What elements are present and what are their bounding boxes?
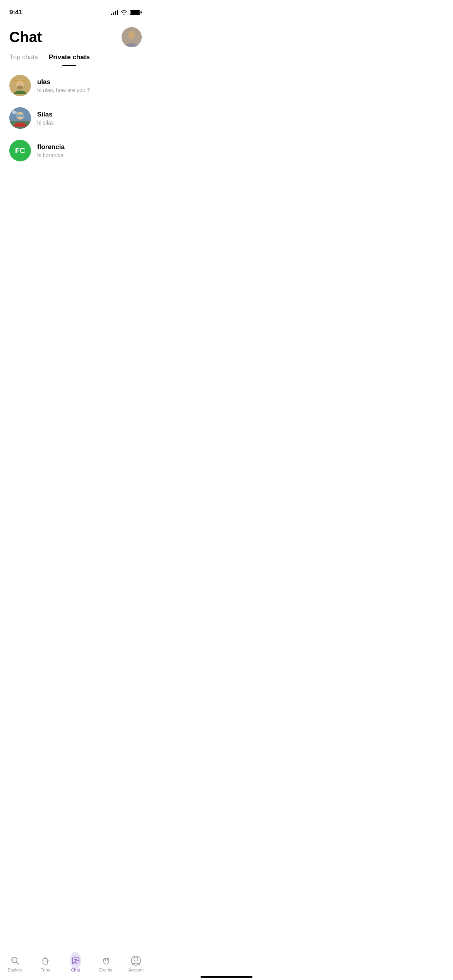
- tab-trip-chats[interactable]: Trip chats: [9, 53, 38, 66]
- chat-list: ulas hi ulas, how are you ?: [0, 66, 151, 170]
- list-item[interactable]: FC florencia hi florancia: [0, 134, 151, 167]
- svg-point-14: [12, 110, 15, 113]
- list-item[interactable]: Silas hi silas: [0, 102, 151, 134]
- status-icons: [111, 10, 142, 15]
- svg-point-1: [128, 31, 135, 39]
- signal-icon: [111, 10, 118, 15]
- avatar: [9, 107, 31, 129]
- tab-private-chats[interactable]: Private chats: [49, 53, 90, 66]
- avatar: [9, 75, 31, 96]
- chat-info: ulas hi ulas, how are you ?: [37, 78, 142, 93]
- chat-preview: hi ulas, how are you ?: [37, 87, 142, 93]
- chat-name: florencia: [37, 143, 142, 151]
- battery-icon: [130, 10, 142, 15]
- wifi-icon: [120, 10, 127, 15]
- chat-info: Silas hi silas: [37, 111, 142, 126]
- page-title: Chat: [9, 29, 42, 46]
- svg-point-11: [20, 114, 24, 117]
- tab-bar: Trip chats Private chats: [0, 53, 151, 66]
- chat-preview: hi silas: [37, 120, 142, 126]
- status-time: 9:41: [9, 9, 22, 16]
- svg-rect-12: [20, 115, 21, 116]
- list-item[interactable]: ulas hi ulas, how are you ?: [0, 69, 151, 102]
- status-bar: 9:41: [0, 0, 151, 19]
- chat-preview: hi florancia: [37, 152, 142, 158]
- chat-name: ulas: [37, 78, 142, 86]
- svg-point-10: [16, 114, 20, 117]
- chat-info: florencia hi florancia: [37, 143, 142, 158]
- svg-point-6: [17, 86, 23, 89]
- chat-name: Silas: [37, 111, 142, 118]
- user-avatar[interactable]: [122, 27, 142, 47]
- page-header: Chat: [0, 19, 151, 53]
- avatar: FC: [9, 140, 31, 161]
